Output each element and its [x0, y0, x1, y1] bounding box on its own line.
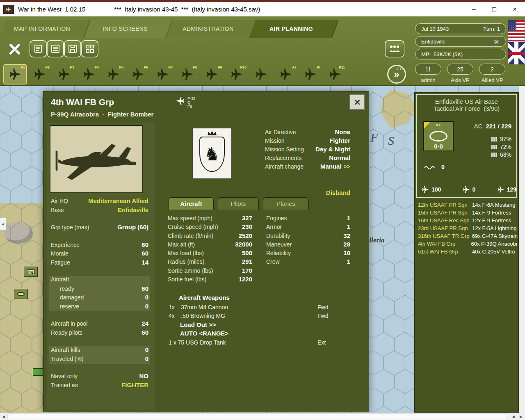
scrollbar-thumb[interactable] [7, 413, 507, 420]
readiness-row: 97% [491, 136, 511, 142]
stat-label: damaged [51, 294, 84, 301]
stat-label: Crew [266, 258, 280, 265]
stat-label: Fatigue [51, 259, 70, 266]
ground-unit-counter[interactable] [14, 289, 28, 299]
setting-value: None [335, 128, 351, 135]
roster-list-button[interactable] [47, 40, 64, 57]
stat-row-climb-rate-ft-min: Climb rate (ft/min)2520 [168, 232, 252, 241]
airgroup-row-23rd-usaaf-pr-sqn[interactable]: 23rd USAAF PR Sqn12x F-5A Lightning [418, 225, 518, 233]
row-spacer [49, 338, 150, 346]
setting-row-mission[interactable]: MissionFighter [265, 137, 350, 146]
stat-label: Aircraft kills [51, 347, 80, 353]
stat-value: 291 [242, 258, 252, 265]
setting-more-button[interactable]: >> [344, 163, 350, 170]
air-mode-f2[interactable]: F2 [29, 65, 51, 84]
setting-row-replacements[interactable]: ReplacementsNormal [265, 154, 350, 163]
stat-row-radius-miles: Radius (miles)291 [168, 258, 252, 267]
setting-row-mission-setting[interactable]: Mission SettingDay & Night [265, 146, 350, 154]
tab-air-planning[interactable]: AIR PLANNING [250, 20, 332, 38]
airgroup-row-15th-usaaf-pr-sqn[interactable]: 15th USAAF PR Sqn14x F-9 Fortress [418, 210, 518, 217]
setting-row-aircraft-change[interactable]: Aircraft changeManual>> [265, 163, 350, 171]
tab-map-information[interactable]: MAP INFORMATION [0, 20, 84, 38]
air-mode-f1[interactable]: F1 [4, 65, 26, 84]
next-phase-button[interactable]: » F12 [387, 65, 406, 84]
location-name: Enfidaville [421, 39, 445, 45]
air-mode-f3[interactable]: F3 [53, 65, 75, 84]
allied-unit-counter[interactable] [33, 368, 43, 376]
setting-row-air-directive[interactable]: Air DirectiveNone [265, 128, 350, 137]
scroll-left-arrow[interactable]: ◀ [0, 413, 7, 420]
tab-info-screens[interactable]: INFO SCREENS [84, 20, 166, 38]
air-mode-f7[interactable]: F7 [152, 65, 174, 84]
air-mode-f5[interactable]: F5 [103, 65, 125, 84]
tab-label: INFO SCREENS [103, 25, 148, 32]
stat-label: Max alt (ft) [168, 241, 195, 248]
airgroup-type: 14x F-9 Fortress [472, 210, 511, 217]
close-window-button[interactable]: × [513, 6, 517, 13]
load-out-button[interactable]: Load Out >> [180, 321, 216, 328]
air-mode-f8[interactable]: F8 [176, 65, 199, 84]
map-scroll-left-arrow[interactable]: ◀ [0, 218, 6, 230]
maximize-button[interactable]: □ [492, 6, 496, 13]
airgroup-row-16th-usaaf-rec-sqn[interactable]: 16th USAAF Rec Sqn12x F-9 Fortress [418, 217, 518, 225]
prancing-horse-icon: ♞ [204, 144, 220, 164]
stat-row-max-load-lbs: Max load (lbs)500 [168, 249, 252, 258]
air-mode-f6[interactable]: F6 [127, 65, 149, 84]
horizontal-scrollbar[interactable]: ◀ ◀ ▶ [0, 413, 525, 420]
airbase-unit-counter[interactable]: xx 0-0 [423, 121, 454, 151]
stat-label: Naval only [51, 373, 78, 379]
disband-button[interactable]: Disband [265, 189, 350, 196]
dialog-tab-pilots[interactable]: Pilots [218, 197, 259, 210]
airgroup-row-316th-usaaf-tr-grp[interactable]: 316th USAAF TR Grp69x C-47A Skytrain [418, 233, 518, 241]
air-group-dialog: 4th WAI FB Grp P-39Q Airacobra - Fighter… [43, 91, 369, 412]
air-mode-f9[interactable]: F9 [201, 65, 223, 84]
stat-label: Ready pilots [51, 329, 82, 336]
aircraft-mode-icon [107, 68, 120, 80]
setting-value-wrap: Manual>> [320, 163, 350, 170]
close-mode-button[interactable] [7, 41, 23, 57]
window-controls: – □ × [472, 6, 517, 13]
save-game-button[interactable] [64, 40, 81, 57]
dialog-tab-aircraft[interactable]: Aircraft [169, 197, 214, 210]
airgroup-name: 316th USAAF TR Grp [418, 233, 472, 241]
air-mode-ai[interactable]: AI [299, 65, 322, 84]
airgroup-row-4th-wai-fb-grp[interactable]: 4th WAI FB Grp60x P-39Q Airacobr [418, 241, 518, 249]
stat-row-experience: Experience60 [49, 241, 150, 250]
commanders-button[interactable] [385, 40, 404, 57]
vp-value-axis-vp: 25 [447, 64, 473, 75]
aircraft-mode-icon [280, 68, 292, 80]
unit-info-button[interactable] [30, 40, 47, 57]
hq-unit-counter[interactable]: HQ [24, 267, 38, 277]
air-mode-ai[interactable]: AI [275, 65, 297, 84]
stat-row-air-hq: Air HQMediterranean Allied [49, 197, 150, 206]
stat-label: Cruise speed (mph) [168, 224, 218, 230]
plane-tag-line: P-39 [187, 96, 195, 100]
vertical-scrollbar[interactable] [519, 86, 525, 413]
setting-value: Normal [329, 154, 350, 161]
minimize-button[interactable]: – [472, 6, 475, 13]
close-dialog-button[interactable]: × [349, 94, 365, 110]
aircraft-mode-icon [132, 68, 144, 80]
airgroup-row-12th-usaaf-pr-sqn[interactable]: 12th USAAF PR Sqn14x F-6A Mustang [418, 202, 518, 210]
order-of-battle-button[interactable] [81, 40, 98, 57]
air-mode-f10[interactable]: F10 [226, 65, 248, 84]
floppy-disk-icon [68, 44, 78, 54]
weapon-row: 4x.50 Browning MGFwd [169, 313, 341, 321]
airgroup-row-51st-wai-fb-grp[interactable]: 51st WAI FB Grp40x C.205V Veltro [418, 249, 518, 256]
fkey-label: F4 [94, 65, 99, 69]
air-mode-icon-10[interactable] [250, 65, 272, 84]
scroll-left-arrow-2[interactable]: ◀ [510, 413, 517, 420]
air-mode-f11[interactable]: F11 [324, 65, 346, 84]
air-mode-f4[interactable]: F4 [78, 65, 100, 84]
scroll-right-arrow[interactable]: ▶ [518, 413, 525, 420]
dialog-tab-planes[interactable]: Planes [263, 197, 309, 210]
setting-value: Day & Night [315, 146, 350, 153]
auto-range-button[interactable]: AUTO <RANGE> [180, 330, 228, 337]
selected-location-display[interactable]: Enfidaville [415, 36, 506, 47]
tab-administration[interactable]: ADMINISTRATION [166, 20, 250, 38]
weapons-header: Aircraft Weapons [179, 294, 230, 301]
aircraft-mode-icon [83, 68, 95, 80]
stat-label: Max speed (mph) [168, 215, 212, 221]
fkey-label: F11 [339, 65, 345, 69]
stat-row-aircraft: Aircraft [49, 276, 150, 285]
